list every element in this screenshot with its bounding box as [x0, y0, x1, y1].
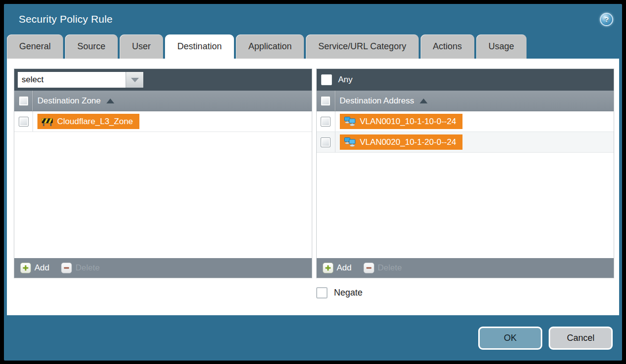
tab-actions[interactable]: Actions: [421, 34, 474, 59]
chevron-down-icon: [131, 78, 139, 82]
address-add-button[interactable]: Add: [323, 263, 352, 273]
tab-service-url-category[interactable]: Service/URL Category: [306, 34, 418, 59]
zone-add-label: Add: [34, 263, 49, 273]
network-address-icon: [344, 116, 356, 127]
destination-address-panel: Any Destination Address: [316, 68, 615, 278]
zone-column-label: Destination Zone: [37, 96, 101, 106]
tab-application[interactable]: Application: [236, 34, 304, 59]
any-checkbox[interactable]: [321, 74, 332, 85]
address-column-header: Destination Address: [317, 91, 614, 111]
address-column-label: Destination Address: [340, 96, 414, 106]
title-bar: Security Policy Rule ?: [4, 4, 622, 34]
address-chip[interactable]: VLAN0010_10-1-10-0--24: [340, 114, 463, 129]
address-row: VLAN0020_10-1-20-0--24: [317, 132, 614, 153]
zone-add-button[interactable]: Add: [20, 263, 49, 273]
dialog-footer: OK Cancel: [4, 315, 622, 361]
sort-ascending-icon: [106, 99, 114, 103]
ok-button[interactable]: OK: [478, 327, 542, 350]
address-chip[interactable]: VLAN0020_10-1-20-0--24: [340, 134, 463, 150]
zone-type-select-button[interactable]: [126, 72, 143, 88]
address-name: VLAN0010_10-1-10-0--24: [360, 117, 457, 127]
zone-panel-header: select: [14, 69, 312, 91]
security-policy-rule-dialog: Security Policy Rule ? General Source Us…: [4, 4, 622, 361]
zone-panel-footer: Add Delete: [14, 258, 312, 278]
address-row-checkbox[interactable]: [321, 117, 330, 127]
cancel-button[interactable]: Cancel: [549, 327, 613, 350]
tab-general[interactable]: General: [7, 34, 63, 59]
zone-type-select-value: select: [18, 72, 126, 88]
zone-select-all-checkbox[interactable]: [19, 96, 29, 106]
add-plus-icon: [20, 263, 31, 273]
address-panel-header: Any: [317, 69, 614, 91]
any-label: Any: [338, 75, 353, 85]
help-icon[interactable]: ?: [600, 13, 613, 26]
tab-user[interactable]: User: [120, 34, 163, 59]
destination-tab-content: select Destination Zone: [7, 59, 619, 315]
zone-list: Cloudflare_L3_Zone: [14, 111, 312, 258]
address-list: VLAN0010_10-1-10-0--24: [317, 111, 614, 258]
tab-destination[interactable]: Destination: [165, 34, 234, 59]
address-select-all-checkbox[interactable]: [321, 96, 330, 106]
tab-source[interactable]: Source: [65, 34, 118, 59]
address-name: VLAN0020_10-1-20-0--24: [360, 137, 457, 147]
zone-type-select[interactable]: select: [17, 71, 144, 88]
dialog-title: Security Policy Rule: [19, 13, 113, 25]
address-row-checkbox[interactable]: [321, 137, 330, 147]
zone-column-header: Destination Zone: [14, 91, 312, 111]
negate-checkbox[interactable]: [316, 287, 328, 298]
address-panel-footer: Add Delete: [317, 258, 614, 278]
zone-delete-label: Delete: [75, 263, 99, 273]
add-plus-icon: [323, 263, 333, 273]
address-delete-button[interactable]: Delete: [363, 263, 402, 273]
zone-name: Cloudflare_L3_Zone: [57, 117, 133, 127]
address-add-label: Add: [337, 263, 352, 273]
delete-minus-icon: [61, 263, 72, 273]
address-delete-label: Delete: [378, 263, 402, 273]
negate-label: Negate: [334, 288, 362, 298]
sort-ascending-icon: [420, 99, 428, 103]
tab-usage[interactable]: Usage: [476, 34, 527, 59]
delete-minus-icon: [363, 263, 374, 273]
zone-delete-button[interactable]: Delete: [61, 263, 99, 273]
zone-barrier-icon: [41, 117, 53, 127]
zone-column-sort[interactable]: Destination Zone: [33, 96, 114, 106]
tab-bar: General Source User Destination Applicat…: [4, 34, 622, 59]
address-column-sort[interactable]: Destination Address: [335, 96, 428, 106]
zone-row-checkbox[interactable]: [19, 117, 29, 127]
destination-zone-panel: select Destination Zone: [14, 68, 312, 278]
network-address-icon: [344, 137, 356, 147]
zone-row: Cloudflare_L3_Zone: [14, 111, 312, 132]
address-row: VLAN0010_10-1-10-0--24: [317, 111, 614, 132]
zone-chip[interactable]: Cloudflare_L3_Zone: [37, 114, 139, 129]
negate-row: Negate: [316, 287, 614, 298]
